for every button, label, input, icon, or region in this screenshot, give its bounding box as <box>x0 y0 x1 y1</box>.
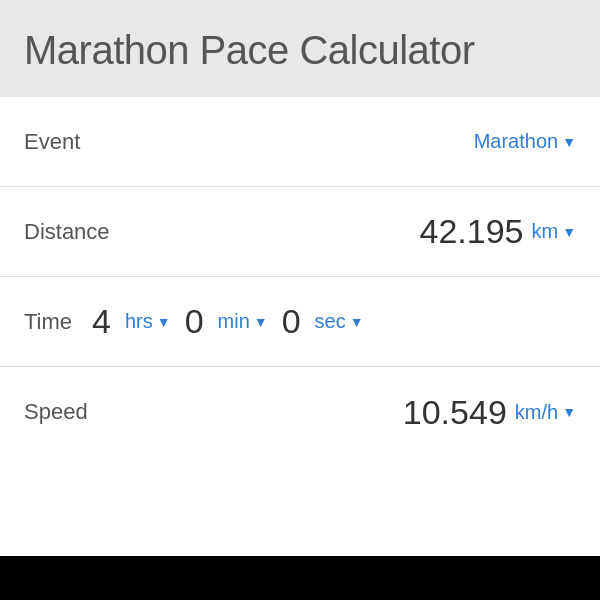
speed-label: Speed <box>24 399 124 425</box>
time-label: Time <box>24 309 72 335</box>
speed-value: 10.549 <box>403 393 507 432</box>
time-minutes-unit: min <box>218 310 250 333</box>
time-minutes-value: 0 <box>185 302 204 341</box>
speed-value-group: 10.549 km/h ▼ <box>403 393 576 432</box>
time-seconds-unit: sec <box>315 310 346 333</box>
event-value-text: Marathon <box>474 130 559 153</box>
time-hours-unit: hrs <box>125 310 153 333</box>
speed-unit-arrow: ▼ <box>562 404 576 420</box>
time-minutes-dropdown[interactable]: min ▼ <box>218 310 268 333</box>
time-seconds-arrow: ▼ <box>350 314 364 330</box>
distance-label: Distance <box>24 219 124 245</box>
event-row: Event Marathon ▼ <box>0 97 600 187</box>
header: Marathon Pace Calculator <box>0 0 600 97</box>
distance-value-group: 42.195 km ▼ <box>419 212 576 251</box>
speed-row: Speed 10.549 km/h ▼ <box>0 367 600 457</box>
time-row: Time 4 hrs ▼ 0 min ▼ 0 sec ▼ <box>0 277 600 367</box>
event-value-group: Marathon ▼ <box>474 130 576 153</box>
page-title: Marathon Pace Calculator <box>24 28 576 73</box>
speed-unit-dropdown[interactable]: km/h ▼ <box>515 401 576 424</box>
distance-row: Distance 42.195 km ▼ <box>0 187 600 277</box>
content: Event Marathon ▼ Distance 42.195 km ▼ Ti… <box>0 97 600 556</box>
distance-unit-dropdown[interactable]: km ▼ <box>531 220 576 243</box>
speed-unit-text: km/h <box>515 401 558 424</box>
event-dropdown-arrow: ▼ <box>562 134 576 150</box>
time-seconds-value: 0 <box>282 302 301 341</box>
event-dropdown[interactable]: Marathon ▼ <box>474 130 576 153</box>
bottom-bar <box>0 556 600 600</box>
distance-value: 42.195 <box>419 212 523 251</box>
time-minutes-arrow: ▼ <box>254 314 268 330</box>
distance-unit-text: km <box>531 220 558 243</box>
time-hours-dropdown[interactable]: hrs ▼ <box>125 310 171 333</box>
time-hours-value: 4 <box>92 302 111 341</box>
event-label: Event <box>24 129 124 155</box>
time-hours-arrow: ▼ <box>157 314 171 330</box>
time-seconds-dropdown[interactable]: sec ▼ <box>315 310 364 333</box>
app-container: Marathon Pace Calculator Event Marathon … <box>0 0 600 600</box>
distance-unit-arrow: ▼ <box>562 224 576 240</box>
